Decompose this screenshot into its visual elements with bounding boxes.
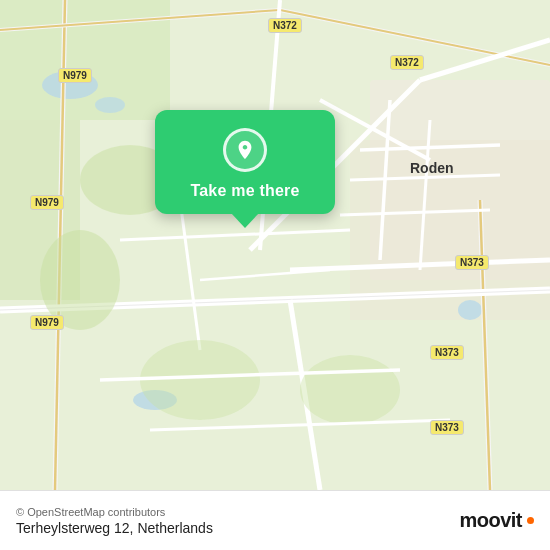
- road-label-n372-top-left: N372: [268, 18, 302, 33]
- popup-label: Take me there: [190, 182, 299, 200]
- road-label-n373-mid: N373: [455, 255, 489, 270]
- footer: © OpenStreetMap contributors Terheylster…: [0, 490, 550, 550]
- road-label-n372-top-right: N372: [390, 55, 424, 70]
- moovit-logo: moovit: [459, 509, 534, 532]
- copyright-text: © OpenStreetMap contributors: [16, 506, 213, 518]
- road-label-n979-bot: N979: [30, 315, 64, 330]
- road-label-n979-top: N979: [58, 68, 92, 83]
- address-text: Terheylsterweg 12, Netherlands: [16, 520, 213, 536]
- road-label-n373-bot-mid: N373: [430, 345, 464, 360]
- take-me-there-popup[interactable]: Take me there: [155, 110, 335, 214]
- map-container: N979 N979 N979 N372 N372 N373 N373 N373 …: [0, 0, 550, 490]
- location-pin-icon: [223, 128, 267, 172]
- road-label-n979-mid: N979: [30, 195, 64, 210]
- moovit-logo-text: moovit: [459, 509, 522, 532]
- svg-point-8: [458, 300, 482, 320]
- svg-point-6: [95, 97, 125, 113]
- city-label: Roden: [410, 160, 454, 176]
- moovit-dot: [527, 517, 534, 524]
- road-label-n373-bot: N373: [430, 420, 464, 435]
- svg-point-36: [300, 355, 400, 425]
- svg-point-35: [140, 340, 260, 420]
